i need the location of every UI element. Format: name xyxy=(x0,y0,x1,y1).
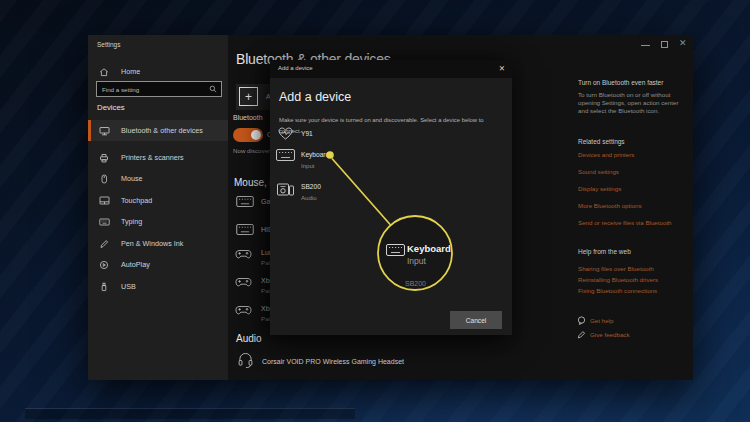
sidebar-item-home[interactable]: Home xyxy=(88,61,228,82)
keyboard-icon xyxy=(386,244,405,256)
toggle-knob xyxy=(251,130,261,140)
headset-icon xyxy=(238,351,253,369)
mouse-icon xyxy=(99,174,112,184)
link-reinstalling-drivers[interactable]: Reinstalling Bluetooth drivers xyxy=(578,276,658,283)
plus-icon: + xyxy=(239,87,258,106)
audio-device-icon xyxy=(277,182,294,196)
add-device-dialog: Add a device ✕ Add a device Make sure yo… xyxy=(270,60,512,335)
window-title: Settings xyxy=(97,41,121,48)
sidebar-item-label: Typing xyxy=(121,217,142,226)
usb-icon xyxy=(99,282,112,292)
sidebar-item-label: Home xyxy=(121,67,140,76)
sidebar-item-label: Printers & scanners xyxy=(121,153,184,162)
dialog-titlebar-text: Add a device xyxy=(278,65,313,71)
callout-device-name: Keyboard xyxy=(407,243,451,254)
give-feedback-link[interactable]: Give feedback xyxy=(590,331,630,338)
sidebar-item-pen[interactable]: Pen & Windows Ink xyxy=(88,233,228,254)
wallpaper-band xyxy=(25,408,355,419)
dialog-heading: Add a device xyxy=(279,90,351,104)
printer-icon xyxy=(99,153,112,163)
heart-pulse-icon xyxy=(277,126,294,141)
link-display-settings[interactable]: Display settings xyxy=(578,185,621,192)
bluetooth-label: Bluetooth xyxy=(233,114,263,121)
gamepad-icon xyxy=(235,305,252,316)
sidebar-item-typing[interactable]: Typing xyxy=(88,211,228,232)
audio-device-name[interactable]: Corsair VOID PRO Wireless Gaming Headset xyxy=(262,358,404,365)
dialog-device-name[interactable]: Keyboard xyxy=(301,151,329,158)
callout-device-sub: Input xyxy=(407,256,426,266)
link-sound-settings[interactable]: Sound settings xyxy=(578,168,619,175)
section-audio: Audio xyxy=(236,333,262,344)
sidebar-item-label: Bluetooth & other devices xyxy=(121,126,203,135)
fast-body-line: and select the Bluetooth icon. xyxy=(578,107,659,114)
touchpad-icon xyxy=(99,196,112,205)
gamepad-icon xyxy=(235,249,252,260)
dialog-device-name[interactable]: Y91 xyxy=(301,130,313,137)
autoplay-icon xyxy=(99,260,112,270)
dialog-device-sub: Input xyxy=(301,162,315,169)
get-help-icon xyxy=(577,316,586,325)
cancel-button[interactable]: Cancel xyxy=(450,311,502,329)
maximize-button[interactable] xyxy=(661,41,668,48)
fast-heading: Turn on Bluetooth even faster xyxy=(578,79,663,86)
keyboard-icon xyxy=(236,196,254,207)
sidebar-item-label: Touchpad xyxy=(121,196,152,205)
selected-accent-bar xyxy=(88,120,91,141)
dialog-titlebar: Add a device ✕ xyxy=(270,60,512,78)
keyboard-icon xyxy=(236,224,254,235)
link-fixing-connections[interactable]: Fixing Bluetooth connections xyxy=(578,287,657,294)
gamepad-icon xyxy=(235,277,252,288)
link-send-receive-files[interactable]: Send or receive files via Bluetooth xyxy=(578,219,672,226)
get-help-link[interactable]: Get help xyxy=(590,317,613,324)
give-feedback-icon xyxy=(577,330,586,339)
callout-magnifier: Keyboard Input SB200 xyxy=(378,216,452,290)
sidebar-item-label: AutoPlay xyxy=(121,260,150,269)
search-box[interactable] xyxy=(96,81,222,97)
keyboard-icon xyxy=(276,149,295,161)
minimize-button[interactable] xyxy=(641,45,650,46)
search-icon[interactable] xyxy=(209,85,217,93)
bluetooth-devices-icon xyxy=(99,126,112,136)
sidebar-item-mouse[interactable]: Mouse xyxy=(88,168,228,189)
fast-body-line: opening Settings, open action center xyxy=(578,99,678,106)
sidebar-item-autoplay[interactable]: AutoPlay xyxy=(88,254,228,275)
typing-icon xyxy=(99,218,112,226)
dialog-device-name[interactable]: SB200 xyxy=(301,183,321,190)
desktop: ✕ Settings Home Devices Bluetooth & othe… xyxy=(0,0,750,422)
pen-icon xyxy=(99,239,112,249)
close-button[interactable]: ✕ xyxy=(679,38,687,48)
dialog-device-sub: Audio xyxy=(301,194,317,201)
link-more-bluetooth-options[interactable]: More Bluetooth options xyxy=(578,202,642,209)
fast-body-line: To turn Bluetooth on or off without xyxy=(578,91,670,98)
link-sharing-files[interactable]: Sharing files over Bluetooth xyxy=(578,265,654,272)
link-devices-and-printers[interactable]: Devices and printers xyxy=(578,151,634,158)
sidebar-item-label: Mouse xyxy=(121,174,143,183)
help-from-web-heading: Help from the web xyxy=(578,248,631,255)
related-settings-heading: Related settings xyxy=(578,138,625,145)
sidebar-item-printers[interactable]: Printers & scanners xyxy=(88,147,228,168)
callout-clipped-text: SB200 xyxy=(405,280,426,287)
sidebar-item-bluetooth[interactable]: Bluetooth & other devices xyxy=(88,120,228,141)
dialog-body-line: Make sure your device is turned on and d… xyxy=(279,117,484,123)
dialog-close-icon[interactable]: ✕ xyxy=(499,64,505,73)
search-input[interactable] xyxy=(97,86,209,93)
sidebar-item-usb[interactable]: USB xyxy=(88,276,228,297)
sidebar-item-label: Pen & Windows Ink xyxy=(121,239,183,248)
sidebar-item-touchpad[interactable]: Touchpad xyxy=(88,190,228,211)
sidebar-section-header: Devices xyxy=(97,103,125,112)
home-icon xyxy=(99,67,112,77)
sidebar-item-label: USB xyxy=(121,282,136,291)
bluetooth-toggle[interactable] xyxy=(233,128,263,142)
